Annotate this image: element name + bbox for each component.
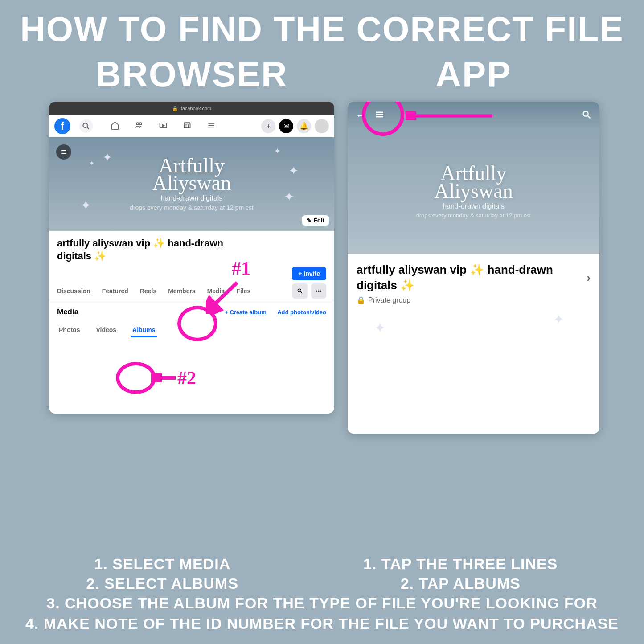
instruction-line: 4. MAKE NOTE OF THE ID NUMBER FOR THE FI…	[0, 614, 644, 634]
edit-button[interactable]: ✎Edit	[302, 215, 329, 226]
annotation-arrow-app	[406, 111, 495, 120]
browser-screenshot: 🔒 facebook.com f + ✉ 🔔	[49, 102, 334, 414]
app-group-cover: ✦ ✦ ✦ ✦ ✦ ✦ Artfully Aliyswan hand-drawn…	[348, 129, 599, 254]
tab-discussion[interactable]: Discussion	[57, 282, 90, 300]
add-photos-link[interactable]: Add photos/video	[277, 309, 326, 316]
messenger-button[interactable]: ✉	[279, 119, 293, 133]
lock-icon: 🔒	[172, 106, 178, 111]
browser-column: BROWSER 🔒 facebook.com f +	[49, 54, 334, 434]
app-screenshot: ← ✦ ✦ ✦ ✦ ✦ ✦ Ar	[348, 102, 599, 434]
url-text: facebook.com	[181, 106, 211, 111]
invite-button[interactable]: + Invite	[292, 267, 326, 280]
chevron-right-icon: ›	[587, 270, 591, 286]
home-icon[interactable]	[111, 121, 119, 131]
marketplace-icon[interactable]	[183, 121, 192, 131]
instruction-line: 3. CHOOSE THE ALBUM FOR THE TYPE OF FILE…	[0, 593, 644, 614]
annotation-arrow-2	[151, 373, 178, 382]
group-tabs: Discussion Featured Reels Members Media …	[49, 282, 334, 300]
schedule-text: drops every monday & saturday at 12 pm c…	[416, 212, 531, 219]
svg-line-20	[588, 116, 591, 119]
profile-avatar[interactable]	[315, 119, 329, 133]
hamburger-icon[interactable]	[207, 121, 216, 131]
create-button[interactable]: +	[261, 119, 275, 133]
brand-tagline: hand-drawn digitals	[152, 194, 231, 202]
tab-reels[interactable]: Reels	[140, 282, 156, 300]
app-search-button[interactable]	[582, 110, 591, 121]
app-heading: APP	[435, 54, 512, 95]
svg-line-14	[211, 283, 237, 308]
brand-name-line2: Aliyswan	[152, 174, 231, 192]
watch-icon[interactable]	[159, 121, 168, 131]
friends-icon[interactable]	[135, 121, 144, 131]
svg-line-13	[301, 292, 302, 293]
privacy-label: 🔒 Private group	[348, 293, 599, 318]
group-title: artfully aliyswan vip ✨ hand-drawn digit…	[57, 237, 226, 263]
svg-point-2	[136, 123, 139, 125]
group-cover: ✦ ✦ ✦ ✦ ✦ ✦ Artfully Aliyswan hand-drawn…	[49, 137, 334, 231]
subtab-albums[interactable]: Albums	[131, 324, 157, 337]
instructions: 1. SELECT MEDIA 2. SELECT ALBUMS 1. TAP …	[0, 554, 644, 634]
annotation-label-2: #2	[177, 367, 196, 389]
facebook-top-nav: f + ✉ 🔔	[49, 115, 334, 137]
svg-point-0	[83, 123, 87, 127]
hamburger-icon	[59, 148, 68, 156]
svg-line-1	[87, 127, 89, 129]
brand-logo: Artfully Aliyswan hand-drawn digitals	[152, 157, 231, 202]
search-icon	[582, 110, 591, 119]
browser-url-bar: 🔒 facebook.com	[49, 102, 334, 115]
lock-icon: 🔒	[357, 296, 365, 304]
subtab-videos[interactable]: Videos	[94, 324, 118, 337]
app-column: APP ← ✦ ✦ ✦ ✦ ✦	[348, 54, 599, 434]
shared-instructions: 3. CHOOSE THE ALBUM FOR THE TYPE OF FILE…	[0, 593, 644, 634]
svg-point-3	[139, 123, 142, 125]
instruction-line: 1. SELECT MEDIA	[86, 554, 239, 574]
annotation-circle-2	[116, 362, 156, 394]
notifications-button[interactable]: 🔔	[297, 119, 311, 133]
svg-point-19	[583, 111, 588, 116]
app-group-title[interactable]: artfully aliyswan vip ✨ hand-drawn digit…	[348, 254, 599, 293]
svg-point-12	[298, 289, 301, 292]
instruction-line: 1. TAP THE THREE LINES	[363, 554, 558, 574]
search-icon	[82, 122, 90, 131]
media-section-title: Media	[57, 308, 78, 316]
app-instructions: 1. TAP THE THREE LINES 2. TAP ALBUMS	[363, 554, 558, 593]
brand-name-line2: Aliyswan	[416, 182, 531, 200]
schedule-text: drops every monday & saturday at 12 pm c…	[130, 204, 254, 211]
app-brand-logo: Artfully Aliyswan hand-drawn digitals dr…	[416, 164, 531, 218]
tab-featured[interactable]: Featured	[102, 282, 128, 300]
instruction-line: 2. SELECT ALBUMS	[86, 574, 239, 593]
svg-marker-5	[162, 124, 164, 127]
instruction-line: 2. TAP ALBUMS	[363, 574, 558, 593]
browser-heading: BROWSER	[95, 54, 288, 95]
brand-tagline: hand-drawn digitals	[416, 202, 531, 210]
app-content-area	[348, 318, 599, 434]
annotation-arrow-1	[206, 279, 242, 314]
tab-more-button[interactable]: •••	[311, 283, 326, 299]
pencil-icon: ✎	[307, 217, 312, 224]
tab-search-button[interactable]	[292, 283, 308, 299]
subtab-photos[interactable]: Photos	[57, 324, 82, 337]
facebook-logo[interactable]: f	[54, 118, 70, 134]
search-button[interactable]	[79, 119, 93, 133]
annotation-label-1: #1	[232, 258, 250, 279]
page-title: HOW TO FIND THE CORRECT FILE	[0, 0, 644, 49]
group-menu-button[interactable]	[56, 144, 71, 160]
search-icon	[297, 288, 303, 294]
browser-instructions: 1. SELECT MEDIA 2. SELECT ALBUMS	[86, 554, 239, 593]
tab-members[interactable]: Members	[168, 282, 195, 300]
